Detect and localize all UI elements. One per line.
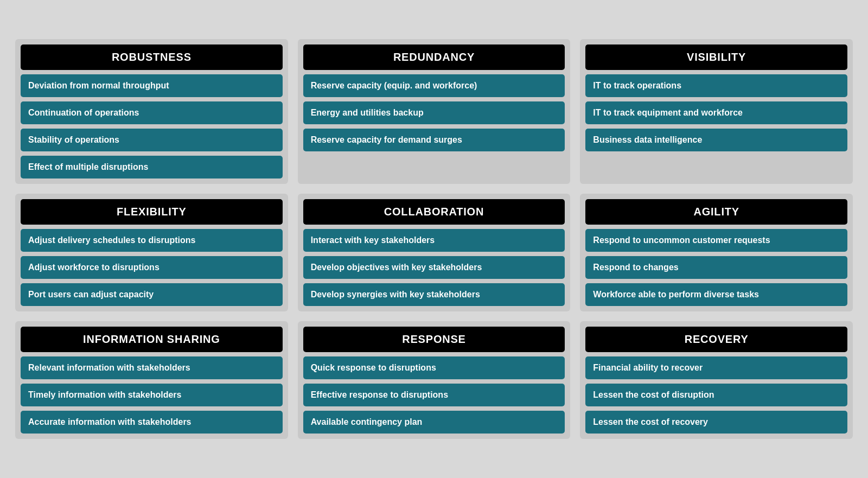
section-item-information-sharing-1: Timely information with stakeholders: [21, 384, 283, 406]
section-item-recovery-0: Financial ability to recover: [585, 356, 847, 379]
section-header-robustness: ROBUSTNESS: [21, 44, 283, 70]
section-item-agility-0: Respond to uncommon customer requests: [585, 229, 847, 252]
section-item-recovery-2: Lessen the cost of recovery: [585, 411, 847, 434]
section-item-robustness-1: Continuation of operations: [21, 101, 283, 124]
section-item-collaboration-1: Develop objectives with key stakeholders: [303, 256, 565, 279]
section-item-response-1: Effective response to disruptions: [303, 384, 565, 406]
section-robustness: ROBUSTNESSDeviation from normal throughp…: [15, 39, 288, 184]
section-agility: AGILITYRespond to uncommon customer requ…: [580, 194, 853, 311]
section-item-visibility-0: IT to track operations: [585, 74, 847, 97]
section-item-response-0: Quick response to disruptions: [303, 356, 565, 379]
section-item-robustness-3: Effect of multiple disruptions: [21, 156, 283, 179]
section-header-agility: AGILITY: [585, 199, 847, 225]
section-item-visibility-1: IT to track equipment and workforce: [585, 101, 847, 124]
section-item-flexibility-2: Port users can adjust capacity: [21, 283, 283, 306]
section-item-information-sharing-2: Accurate information with stakeholders: [21, 411, 283, 434]
section-header-information-sharing: INFORMATION SHARING: [21, 327, 283, 352]
section-header-recovery: RECOVERY: [585, 327, 847, 352]
section-header-flexibility: FLEXIBILITY: [21, 199, 283, 225]
section-response: RESPONSEQuick response to disruptionsEff…: [298, 321, 571, 439]
section-redundancy: REDUNDANCYReserve capacity (equip. and w…: [298, 39, 571, 184]
section-flexibility: FLEXIBILITYAdjust delivery schedules to …: [15, 194, 288, 311]
sections-grid: ROBUSTNESSDeviation from normal throughp…: [15, 39, 853, 439]
section-collaboration: COLLABORATIONInteract with key stakehold…: [298, 194, 571, 311]
section-header-redundancy: REDUNDANCY: [303, 44, 565, 70]
section-item-robustness-0: Deviation from normal throughput: [21, 74, 283, 97]
section-item-agility-1: Respond to changes: [585, 256, 847, 279]
section-item-robustness-2: Stability of operations: [21, 129, 283, 151]
section-item-agility-2: Workforce able to perform diverse tasks: [585, 283, 847, 306]
main-container: ROBUSTNESSDeviation from normal throughp…: [0, 23, 868, 455]
section-recovery: RECOVERYFinancial ability to recoverLess…: [580, 321, 853, 439]
section-item-flexibility-0: Adjust delivery schedules to disruptions: [21, 229, 283, 252]
section-header-collaboration: COLLABORATION: [303, 199, 565, 225]
section-item-collaboration-2: Develop synergies with key stakeholders: [303, 283, 565, 306]
section-item-response-2: Available contingency plan: [303, 411, 565, 434]
section-header-response: RESPONSE: [303, 327, 565, 352]
section-header-visibility: VISIBILITY: [585, 44, 847, 70]
section-item-recovery-1: Lessen the cost of disruption: [585, 384, 847, 406]
section-information-sharing: INFORMATION SHARINGRelevant information …: [15, 321, 288, 439]
section-item-flexibility-1: Adjust workforce to disruptions: [21, 256, 283, 279]
section-item-redundancy-0: Reserve capacity (equip. and workforce): [303, 74, 565, 97]
section-item-redundancy-2: Reserve capacity for demand surges: [303, 129, 565, 151]
section-item-information-sharing-0: Relevant information with stakeholders: [21, 356, 283, 379]
section-item-visibility-2: Business data intelligence: [585, 129, 847, 151]
section-item-redundancy-1: Energy and utilities backup: [303, 101, 565, 124]
section-visibility: VISIBILITYIT to track operationsIT to tr…: [580, 39, 853, 184]
section-item-collaboration-0: Interact with key stakeholders: [303, 229, 565, 252]
